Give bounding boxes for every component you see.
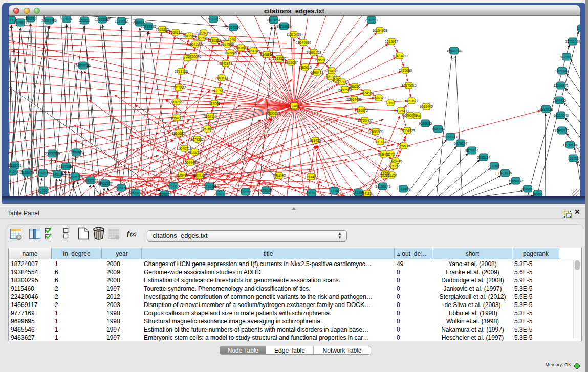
- svg-text:12342757: 12342757: [35, 171, 51, 175]
- svg-text:1640954: 1640954: [431, 127, 445, 131]
- svg-text:9245652: 9245652: [521, 187, 534, 191]
- svg-text:6466160: 6466160: [133, 21, 146, 25]
- svg-text:19654923: 19654923: [400, 129, 415, 133]
- svg-text:984: 984: [414, 114, 420, 118]
- svg-text:173642: 173642: [260, 189, 272, 192]
- svg-text:7955812: 7955812: [314, 58, 328, 62]
- svg-text:16154808: 16154808: [372, 29, 387, 32]
- svg-text:11172: 11172: [577, 27, 580, 30]
- svg-text:8678332: 8678332: [190, 138, 204, 141]
- svg-text:11325419: 11325419: [286, 33, 301, 36]
- svg-text:20053346: 20053346: [75, 64, 91, 68]
- svg-text:12923448: 12923448: [128, 191, 143, 195]
- svg-text:1914472: 1914472: [304, 175, 318, 179]
- svg-text:(x): (x): [130, 231, 137, 237]
- svg-text:9935051: 9935051: [9, 164, 21, 167]
- svg-text:15224: 15224: [380, 173, 390, 177]
- svg-text:98901: 98901: [183, 56, 192, 60]
- svg-text:9513440: 9513440: [420, 105, 433, 108]
- svg-text:20091406: 20091406: [41, 19, 57, 23]
- svg-text:15751074: 15751074: [565, 40, 580, 43]
- svg-text:16961758: 16961758: [306, 51, 321, 54]
- svg-text:13716485: 13716485: [202, 185, 217, 188]
- svg-text:19958107: 19958107: [97, 182, 113, 185]
- svg-text:7357224: 7357224: [227, 26, 240, 29]
- svg-text:15720407: 15720407: [357, 119, 373, 122]
- svg-text:107627: 107627: [38, 189, 49, 192]
- svg-text:10046718: 10046718: [177, 147, 192, 150]
- svg-text:9329966: 9329966: [560, 55, 573, 59]
- svg-text:116753: 116753: [568, 157, 579, 160]
- svg-text:2867608: 2867608: [234, 46, 248, 50]
- svg-text:7632621: 7632621: [488, 164, 501, 168]
- svg-text:64113: 64113: [362, 192, 372, 195]
- svg-text:16782759: 16782759: [114, 186, 129, 190]
- svg-text:2087682: 2087682: [365, 18, 378, 22]
- svg-text:9327508: 9327508: [221, 42, 234, 46]
- svg-text:6990448: 6990448: [310, 71, 323, 74]
- svg-text:10654112: 10654112: [508, 179, 523, 183]
- svg-text:10653287: 10653287: [95, 18, 110, 21]
- svg-text:20206578: 20206578: [45, 152, 60, 156]
- svg-text:2718126: 2718126: [175, 70, 188, 73]
- svg-text:16210643: 16210643: [553, 114, 569, 117]
- svg-text:17016504: 17016504: [562, 143, 578, 147]
- svg-text:1145194: 1145194: [51, 172, 64, 176]
- svg-text:14136141: 14136141: [375, 185, 390, 188]
- svg-text:546: 546: [229, 38, 235, 41]
- svg-text:25300275: 25300275: [265, 112, 280, 115]
- svg-text:1405571: 1405571: [14, 21, 27, 25]
- svg-text:3267110: 3267110: [204, 115, 217, 118]
- svg-text:190210: 190210: [25, 17, 36, 20]
- svg-text:8660124: 8660124: [169, 31, 182, 34]
- svg-text:19384554: 19384554: [308, 139, 323, 142]
- svg-text:8471676: 8471676: [498, 171, 512, 175]
- svg-text:18807249: 18807249: [373, 140, 388, 144]
- svg-text:19166827: 19166827: [171, 132, 187, 135]
- svg-text:19756928: 19756928: [396, 144, 411, 148]
- svg-text:12093872: 12093872: [553, 84, 569, 87]
- svg-text:105532: 105532: [79, 19, 90, 23]
- svg-text:7625402: 7625402: [175, 173, 188, 177]
- svg-text:2935114: 2935114: [477, 156, 490, 159]
- svg-text:191913: 191913: [306, 191, 317, 195]
- svg-text:1254062: 1254062: [272, 174, 286, 178]
- svg-text:4498222: 4498222: [188, 150, 201, 154]
- svg-text:17359924: 17359924: [69, 151, 84, 155]
- svg-text:7485063: 7485063: [399, 69, 412, 72]
- svg-text:1353594: 1353594: [201, 127, 214, 131]
- svg-text:109213: 109213: [215, 192, 226, 196]
- svg-text:8186328: 8186328: [208, 39, 221, 42]
- svg-text:3875685: 3875685: [224, 51, 237, 55]
- svg-text:6879197: 6879197: [454, 142, 467, 145]
- svg-text:9474444: 9474444: [465, 149, 478, 152]
- svg-text:9777169: 9777169: [335, 80, 349, 84]
- svg-text:7663822: 7663822: [156, 28, 169, 31]
- svg-text:20364436: 20364436: [346, 98, 362, 101]
- svg-text:15692971: 15692971: [554, 129, 570, 133]
- svg-text:19654983: 19654983: [169, 116, 184, 120]
- svg-text:16099489: 16099489: [183, 161, 198, 164]
- svg-text:8958923: 8958923: [444, 135, 457, 139]
- svg-text:1244415: 1244415: [553, 99, 566, 102]
- svg-text:1362615: 1362615: [298, 65, 312, 69]
- svg-text:9227342: 9227342: [555, 69, 569, 73]
- svg-text:12975115: 12975115: [401, 84, 416, 87]
- svg-text:177342: 177342: [329, 189, 340, 193]
- svg-text:8672: 8672: [387, 152, 395, 156]
- svg-text:1724007: 1724007: [288, 104, 301, 108]
- svg-text:8912954: 8912954: [183, 34, 196, 38]
- svg-text:9327509: 9327509: [195, 36, 208, 40]
- svg-text:9242848: 9242848: [219, 62, 232, 65]
- svg-text:53226058: 53226058: [196, 31, 211, 35]
- svg-text:16033809: 16033809: [206, 17, 221, 21]
- svg-text:3215958: 3215958: [539, 107, 553, 111]
- svg-text:2803144: 2803144: [215, 76, 228, 80]
- svg-text:12213382: 12213382: [171, 86, 186, 90]
- svg-text:391543: 391543: [9, 170, 18, 173]
- svg-text:1733426: 1733426: [397, 187, 410, 191]
- svg-text:137755: 137755: [240, 190, 251, 194]
- svg-text:10025433: 10025433: [394, 109, 409, 113]
- svg-text:9463627: 9463627: [405, 99, 418, 103]
- svg-text:11156829: 11156829: [19, 171, 34, 174]
